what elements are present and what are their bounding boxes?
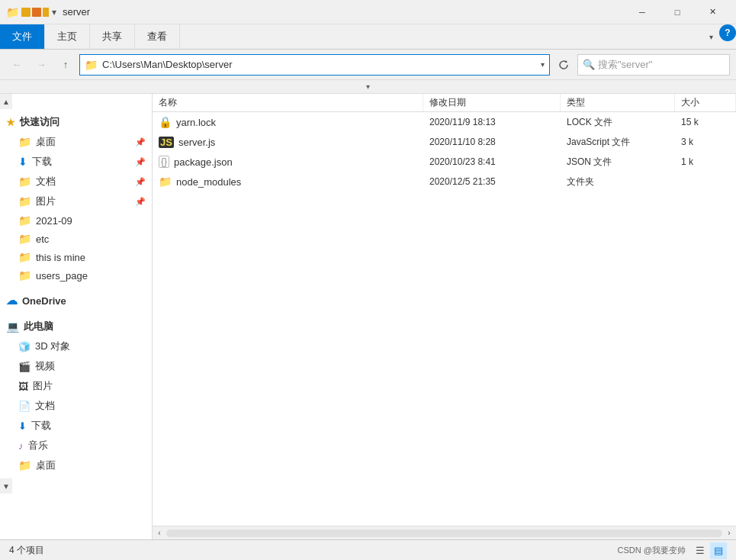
file-name-cell: {} package.json <box>153 156 423 168</box>
file-name-cell: JS server.js <box>153 137 423 148</box>
sidebar-item-downloads[interactable]: ⬇ 下载 📌 <box>0 152 152 172</box>
folder-icon-desktop: 📁 <box>18 136 31 148</box>
svg-rect-2 <box>43 8 49 17</box>
sidebar-item-thispc-desktop[interactable]: 📁 桌面 <box>0 455 152 475</box>
sort-bar: ▾ <box>0 80 736 94</box>
col-type[interactable]: 类型 <box>561 94 675 111</box>
onedrive-label: OneDrive <box>22 295 66 307</box>
refresh-button[interactable] <box>553 54 574 76</box>
table-row[interactable]: 🔒 yarn.lock 2020/11/9 18:13 LOCK 文件 15 k <box>153 112 736 132</box>
address-path: C:\Users\Man\Desktop\server <box>102 59 536 70</box>
table-row[interactable]: {} package.json 2020/10/23 8:41 JSON 文件 … <box>153 152 736 172</box>
label-downloads: 下载 <box>31 419 51 433</box>
detail-view-button[interactable]: ▤ <box>710 542 727 559</box>
sidebar-item-thispc-downloads[interactable]: ⬇ 下载 <box>0 416 152 436</box>
file-modified: 2020/11/9 18:13 <box>423 117 561 127</box>
watermark: CSDN @我要变帅 <box>618 545 686 556</box>
icon-downloads: ⬇ <box>18 420 27 432</box>
icon-thispc-desktop: 📁 <box>18 459 31 471</box>
sidebar-item-thispc-pictures[interactable]: 🖼 图片 <box>0 376 152 396</box>
label-3d: 3D 对象 <box>35 340 70 353</box>
onedrive-section: ☁ OneDrive <box>0 288 152 314</box>
tab-view[interactable]: 查看 <box>135 24 180 49</box>
pin-icon-pictures: 📌 <box>135 197 146 207</box>
file-name-cell: 🔒 yarn.lock <box>153 116 423 128</box>
onedrive-header[interactable]: ☁ OneDrive <box>0 291 152 311</box>
sidebar-label-this-is-mine: this is mine <box>36 252 85 263</box>
table-row[interactable]: JS server.js 2020/11/10 8:28 JavaScript … <box>153 132 736 152</box>
scroll-left-button[interactable]: ‹ <box>153 526 166 540</box>
sidebar-item-desktop[interactable]: 📁 桌面 📌 <box>0 132 152 152</box>
thispc-header[interactable]: 💻 此电脑 <box>0 317 152 336</box>
sidebar-label-desktop: 桌面 <box>36 135 56 149</box>
title-folder-icon: 📁 <box>6 7 18 18</box>
window-title: server <box>63 6 625 18</box>
file-size: 1 k <box>675 156 736 167</box>
item-count: 4 个项目 <box>9 544 44 557</box>
sidebar-item-users-page[interactable]: 📁 users_page <box>0 266 152 285</box>
refresh-icon <box>558 59 570 71</box>
file-name-cell: 📁 node_modules <box>153 175 423 188</box>
sidebar: ▲ ★ 快速访问 📁 桌面 📌 ⬇ 下载 📌 📁 文档 📌 <box>0 94 153 539</box>
ribbon-expand[interactable]: ▾ <box>703 24 719 49</box>
sidebar-item-this-is-mine[interactable]: 📁 this is mine <box>0 248 152 266</box>
scroll-track[interactable] <box>166 529 722 537</box>
sidebar-item-2021-09[interactable]: 📁 2021-09 <box>0 211 152 230</box>
file-size: 15 k <box>675 117 736 127</box>
sort-chevron[interactable]: ▾ <box>366 82 370 91</box>
folder-icon-2021-09: 📁 <box>18 214 31 227</box>
list-view-button[interactable]: ☰ <box>692 542 709 559</box>
file-area: 名称 修改日期 类型 大小 🔒 yarn.lock 2020/11/9 18:1… <box>153 94 736 539</box>
quick-access-header[interactable]: ★ 快速访问 <box>0 112 152 132</box>
label-thispc-desktop: 桌面 <box>36 459 56 472</box>
search-box[interactable]: 🔍 搜索"server" <box>577 54 730 76</box>
help-button[interactable]: ? <box>719 24 736 41</box>
sidebar-item-thispc-docs[interactable]: 📄 文档 <box>0 396 152 416</box>
sidebar-label-downloads: 下载 <box>32 155 52 169</box>
sidebar-item-music[interactable]: ♪ 音乐 <box>0 436 152 455</box>
col-size[interactable]: 大小 <box>675 94 736 111</box>
sidebar-item-pictures[interactable]: 📁 图片 📌 <box>0 191 152 211</box>
address-dropdown-arrow[interactable]: ▾ <box>541 60 545 69</box>
title-dropdown-arrow[interactable]: ▾ <box>52 7 56 18</box>
forward-button[interactable]: → <box>31 54 52 76</box>
back-button[interactable]: ← <box>6 54 27 76</box>
scroll-right-button[interactable]: › <box>722 526 736 540</box>
pin-icon-docs: 📌 <box>135 177 146 187</box>
sidebar-label-users-page: users_page <box>36 270 88 282</box>
file-size: 3 k <box>675 137 736 147</box>
address-folder-icon: 📁 <box>85 59 98 71</box>
tab-share[interactable]: 共享 <box>90 24 135 49</box>
file-type: 文件夹 <box>561 175 675 188</box>
address-box[interactable]: 📁 C:\Users\Man\Desktop\server ▾ <box>79 54 550 76</box>
svg-rect-1 <box>32 8 41 17</box>
file-name: node_modules <box>176 176 241 188</box>
file-type: JSON 文件 <box>561 156 675 169</box>
icon-music: ♪ <box>18 440 24 452</box>
file-modified: 2020/12/5 21:35 <box>423 176 561 187</box>
horizontal-scrollbar[interactable]: ‹ › <box>153 526 736 539</box>
table-row[interactable]: 📁 node_modules 2020/12/5 21:35 文件夹 <box>153 172 736 191</box>
svg-rect-0 <box>21 8 31 17</box>
icon-video: 🎬 <box>18 361 31 372</box>
sidebar-label-etc: etc <box>36 233 49 245</box>
main-layout: ▲ ★ 快速访问 📁 桌面 📌 ⬇ 下载 📌 📁 文档 📌 <box>0 94 736 539</box>
close-button[interactable]: ✕ <box>695 0 730 24</box>
sidebar-item-etc[interactable]: 📁 etc <box>0 230 152 248</box>
tab-file[interactable]: 文件 <box>0 24 45 49</box>
thispc-icon: 💻 <box>6 320 19 333</box>
status-right: CSDN @我要变帅 ☰ ▤ <box>618 542 727 559</box>
quick-access-section: ★ 快速访问 📁 桌面 📌 ⬇ 下载 📌 📁 文档 📌 📁 图片 � <box>0 109 152 288</box>
up-button[interactable]: ↑ <box>55 54 76 76</box>
col-modified[interactable]: 修改日期 <box>423 94 561 111</box>
sidebar-item-video[interactable]: 🎬 视频 <box>0 356 152 376</box>
sidebar-scroll-up[interactable]: ▲ <box>0 94 12 109</box>
minimize-button[interactable]: ─ <box>625 0 660 24</box>
col-name[interactable]: 名称 <box>153 94 423 111</box>
tab-home[interactable]: 主页 <box>45 24 90 49</box>
sidebar-scroll-down[interactable]: ▼ <box>0 478 12 494</box>
ribbon: 文件 主页 共享 查看 ▾ ? <box>0 24 736 50</box>
maximize-button[interactable]: □ <box>660 0 695 24</box>
sidebar-item-3d[interactable]: 🧊 3D 对象 <box>0 336 152 356</box>
sidebar-item-docs[interactable]: 📁 文档 📌 <box>0 172 152 191</box>
